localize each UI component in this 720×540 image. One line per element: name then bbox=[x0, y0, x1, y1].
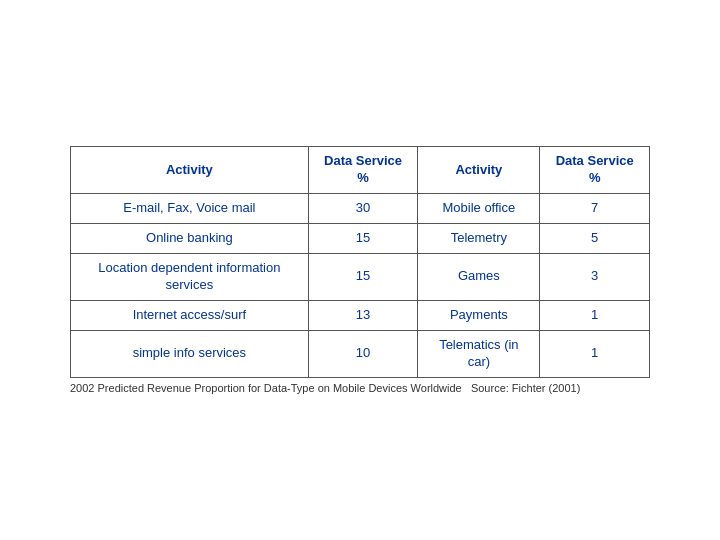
table-row: Location dependent information services1… bbox=[71, 254, 650, 301]
page-wrapper: Activity Data Service % Activity Data Se… bbox=[0, 126, 720, 413]
source-reference: Source: Fichter (2001) bbox=[471, 382, 580, 394]
cell-row4-col4: 1 bbox=[540, 330, 650, 377]
cell-row4-col2: 10 bbox=[308, 330, 418, 377]
cell-row3-col4: 1 bbox=[540, 300, 650, 330]
caption-text: 2002 Predicted Revenue Proportion for Da… bbox=[70, 382, 462, 394]
table-row: E-mail, Fax, Voice mail30Mobile office7 bbox=[71, 194, 650, 224]
table-row: Online banking15Telemetry5 bbox=[71, 224, 650, 254]
table-row: Internet access/surf13Payments1 bbox=[71, 300, 650, 330]
header-col2: Data Service % bbox=[308, 147, 418, 194]
data-table: Activity Data Service % Activity Data Se… bbox=[70, 146, 650, 377]
header-col1: Activity bbox=[71, 147, 309, 194]
cell-row0-col1: E-mail, Fax, Voice mail bbox=[71, 194, 309, 224]
table-row: simple info services10Telematics (in car… bbox=[71, 330, 650, 377]
table-container: Activity Data Service % Activity Data Se… bbox=[70, 146, 650, 393]
source-text: 2002 Predicted Revenue Proportion for Da… bbox=[70, 382, 650, 394]
cell-row1-col3: Telemetry bbox=[418, 224, 540, 254]
cell-row1-col1: Online banking bbox=[71, 224, 309, 254]
cell-row3-col3: Payments bbox=[418, 300, 540, 330]
cell-row0-col2: 30 bbox=[308, 194, 418, 224]
cell-row1-col2: 15 bbox=[308, 224, 418, 254]
cell-row2-col4: 3 bbox=[540, 254, 650, 301]
table-header-row: Activity Data Service % Activity Data Se… bbox=[71, 147, 650, 194]
cell-row3-col2: 13 bbox=[308, 300, 418, 330]
cell-row3-col1: Internet access/surf bbox=[71, 300, 309, 330]
cell-row2-col1: Location dependent information services bbox=[71, 254, 309, 301]
header-col4: Data Service % bbox=[540, 147, 650, 194]
cell-row2-col2: 15 bbox=[308, 254, 418, 301]
cell-row2-col3: Games bbox=[418, 254, 540, 301]
cell-row4-col1: simple info services bbox=[71, 330, 309, 377]
header-col3: Activity bbox=[418, 147, 540, 194]
cell-row4-col3: Telematics (in car) bbox=[418, 330, 540, 377]
cell-row0-col3: Mobile office bbox=[418, 194, 540, 224]
cell-row0-col4: 7 bbox=[540, 194, 650, 224]
cell-row1-col4: 5 bbox=[540, 224, 650, 254]
